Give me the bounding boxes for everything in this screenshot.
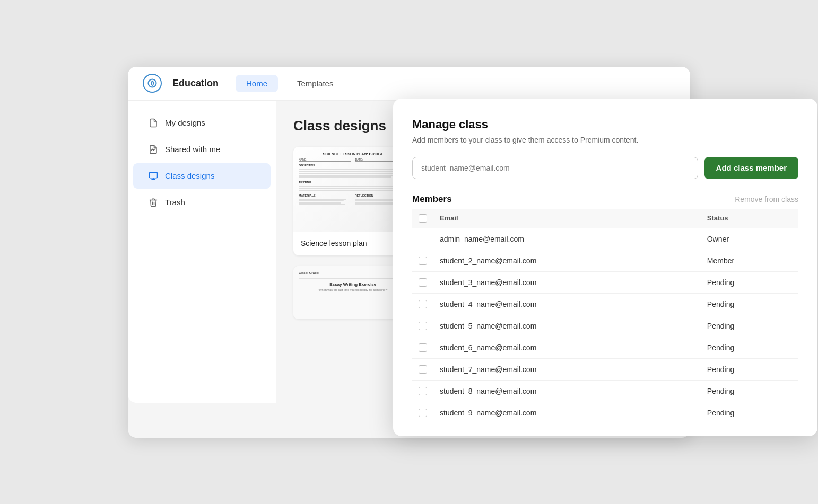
row-checkbox-cell bbox=[412, 337, 433, 358]
row-status: Pending bbox=[701, 315, 798, 337]
sidebar: My designs Shared with me bbox=[128, 101, 276, 403]
table-row: student_9_name@email.comPending bbox=[412, 402, 798, 423]
select-all-checkbox[interactable] bbox=[419, 214, 427, 223]
modal-subtitle: Add members to your class to give them a… bbox=[412, 136, 798, 144]
table-row: student_8_name@email.comPending bbox=[412, 380, 798, 402]
row-email: student_4_name@email.com bbox=[433, 293, 701, 315]
sidebar-item-trash-label: Trash bbox=[165, 198, 185, 207]
row-status: Pending bbox=[701, 271, 798, 293]
sidebar-item-shared-with-me[interactable]: Shared with me bbox=[133, 137, 271, 162]
add-member-input[interactable] bbox=[412, 157, 698, 179]
row-status: Pending bbox=[701, 402, 798, 423]
table-row: admin_name@email.comOwner bbox=[412, 228, 798, 250]
design-label-text-science: Science lesson plan bbox=[301, 239, 367, 247]
row-email: student_3_name@email.com bbox=[433, 271, 701, 293]
header-email: Email bbox=[433, 209, 701, 228]
member-checkbox-3[interactable] bbox=[419, 300, 427, 308]
sidebar-item-my-designs-label: My designs bbox=[165, 118, 205, 127]
class-icon bbox=[148, 171, 159, 181]
file-icon bbox=[148, 118, 159, 128]
remove-from-class-button[interactable]: Remove from class bbox=[735, 195, 798, 204]
sidebar-item-trash[interactable]: Trash bbox=[133, 190, 271, 215]
row-status: Pending bbox=[701, 358, 798, 380]
header-checkbox-cell bbox=[412, 209, 433, 228]
sidebar-item-my-designs[interactable]: My designs bbox=[133, 110, 271, 136]
row-email: student_6_name@email.com bbox=[433, 337, 701, 358]
table-row: student_2_name@email.comMember bbox=[412, 250, 798, 271]
member-checkbox-6[interactable] bbox=[419, 365, 427, 374]
manage-class-modal: Manage class Add members to your class t… bbox=[393, 99, 817, 436]
members-header-row: Members Remove from class bbox=[412, 194, 798, 205]
shared-icon bbox=[148, 144, 159, 155]
member-checkbox-5[interactable] bbox=[419, 343, 427, 352]
row-status: Member bbox=[701, 250, 798, 271]
member-checkbox-2[interactable] bbox=[419, 278, 427, 287]
row-email: student_8_name@email.com bbox=[433, 380, 701, 402]
row-checkbox-cell bbox=[412, 402, 433, 423]
member-checkbox-1[interactable] bbox=[419, 257, 427, 265]
sidebar-item-class-designs[interactable]: Class designs bbox=[133, 163, 271, 189]
modal-title: Manage class bbox=[412, 118, 798, 131]
member-checkbox-7[interactable] bbox=[419, 387, 427, 395]
row-status: Pending bbox=[701, 380, 798, 402]
row-status: Owner bbox=[701, 228, 798, 250]
row-checkbox-cell bbox=[412, 250, 433, 271]
member-checkbox-8[interactable] bbox=[419, 409, 427, 417]
brand-name: Education bbox=[172, 78, 219, 89]
row-checkbox-cell bbox=[412, 315, 433, 337]
row-checkbox-cell bbox=[412, 293, 433, 315]
row-status: Pending bbox=[701, 293, 798, 315]
header-status: Status bbox=[701, 209, 798, 228]
table-row: student_7_name@email.comPending bbox=[412, 358, 798, 380]
sidebar-item-class-designs-label: Class designs bbox=[165, 171, 214, 180]
add-class-member-button[interactable]: Add class member bbox=[704, 157, 798, 179]
tab-templates[interactable]: Templates bbox=[286, 75, 344, 92]
members-table: Email Status admin_name@email.comOwnerst… bbox=[412, 209, 798, 423]
table-row: student_3_name@email.comPending bbox=[412, 271, 798, 293]
row-email: student_2_name@email.com bbox=[433, 250, 701, 271]
trash-icon bbox=[148, 197, 159, 208]
table-header-row: Email Status bbox=[412, 209, 798, 228]
table-row: student_6_name@email.comPending bbox=[412, 337, 798, 358]
brand-logo bbox=[143, 74, 162, 93]
svg-point-0 bbox=[149, 79, 156, 87]
app-window: Education Home Templates My designs bbox=[128, 67, 690, 438]
sidebar-item-shared-label: Shared with me bbox=[165, 145, 220, 154]
table-row: student_4_name@email.comPending bbox=[412, 293, 798, 315]
row-checkbox-cell bbox=[412, 271, 433, 293]
row-checkbox-cell bbox=[412, 228, 433, 250]
row-email: admin_name@email.com bbox=[433, 228, 701, 250]
table-row: student_5_name@email.comPending bbox=[412, 315, 798, 337]
member-checkbox-4[interactable] bbox=[419, 322, 427, 330]
tab-home[interactable]: Home bbox=[236, 75, 278, 92]
row-status: Pending bbox=[701, 337, 798, 358]
add-member-row: Add class member bbox=[412, 157, 798, 179]
row-checkbox-cell bbox=[412, 358, 433, 380]
row-email: student_9_name@email.com bbox=[433, 402, 701, 423]
row-email: student_5_name@email.com bbox=[433, 315, 701, 337]
top-nav: Education Home Templates bbox=[128, 67, 690, 101]
row-checkbox-cell bbox=[412, 380, 433, 402]
members-label: Members bbox=[412, 194, 452, 205]
row-email: student_7_name@email.com bbox=[433, 358, 701, 380]
svg-rect-1 bbox=[150, 172, 158, 178]
members-section: Members Remove from class Email Status a… bbox=[412, 194, 798, 423]
